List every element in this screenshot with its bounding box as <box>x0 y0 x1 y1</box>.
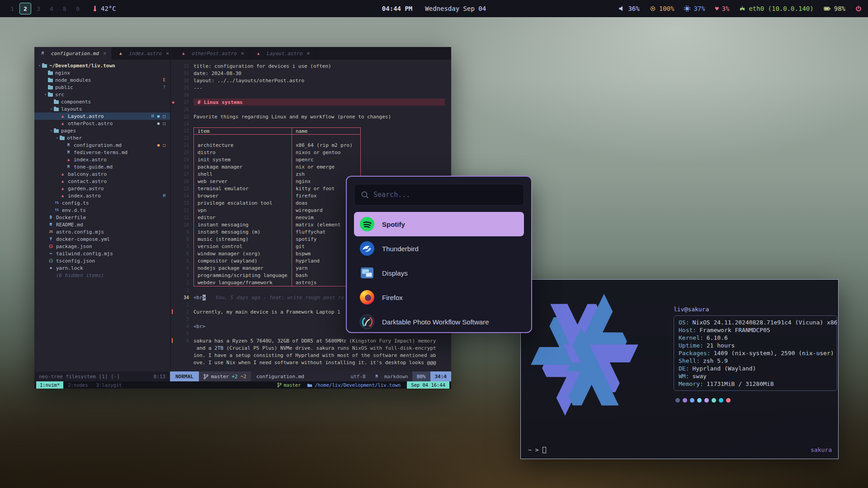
spotify-icon <box>359 216 375 232</box>
launcher-search[interactable] <box>354 184 524 206</box>
table-cell-item: music (streaming) <box>193 236 292 243</box>
ethernet-icon <box>739 5 745 12</box>
editor-tab[interactable]: configuration.md × <box>34 47 112 60</box>
tmux-window[interactable]: 1:nvim* <box>36 381 63 389</box>
tab-filename: configuration.md <box>51 51 99 56</box>
tmux-window[interactable]: 3:lazygit <box>93 381 126 389</box>
workspace-button[interactable]: 1 <box>6 3 18 14</box>
file-icon <box>54 200 60 206</box>
launcher-item-label: Displays <box>382 269 408 277</box>
tree-item[interactable]: yarn.lock <box>34 264 170 272</box>
tree-item[interactable]: ▾ ~/Development/liv.town <box>34 62 170 69</box>
launcher-item-firefox[interactable]: Firefox <box>354 285 524 310</box>
file-name: README.md <box>56 222 83 228</box>
table-header-row: 23 item name <box>171 127 451 135</box>
file-name: configuration.md <box>74 142 122 148</box>
workspace-button[interactable]: 9 <box>72 3 84 14</box>
gear-icon <box>650 5 656 12</box>
table-header-item: item <box>193 127 292 135</box>
table-cell-name: openrc <box>292 156 361 164</box>
tree-item[interactable]: (6 hidden items) <box>34 272 170 279</box>
workspace-button[interactable]: 4 <box>46 3 57 14</box>
tree-item[interactable]: Layout.astro H ● □ <box>34 113 170 120</box>
tree-item[interactable]: tsconfig.json <box>34 257 170 264</box>
buffer-line: 6 sakura has a Ryzen 5 7640U, 32GB of DD… <box>171 337 451 344</box>
table-cell-item: instant messaging <box>193 221 292 229</box>
terminal-window[interactable]: liv@sakura OS:NixOS 24.11.20240828.71e91… <box>520 279 839 459</box>
tree-item[interactable]: public ? <box>34 84 170 91</box>
system-info-box: OS:NixOS 24.11.20240828.71e91c4 (Vicuna)… <box>674 315 837 391</box>
tree-item[interactable]: config.ts <box>34 199 170 206</box>
launcher-item-darktable[interactable]: Darktable Photo Workflow Software <box>354 310 524 333</box>
tab-close-icon[interactable]: × <box>166 50 169 56</box>
git-branch: master <box>211 374 229 380</box>
launcher-item-displays[interactable]: Displays <box>354 261 524 285</box>
speaker-icon <box>618 5 625 12</box>
editor-tab[interactable]: index.astro × <box>112 47 175 60</box>
tab-close-icon[interactable]: × <box>241 50 244 56</box>
tree-item[interactable]: node_modules E <box>34 76 170 84</box>
tab-close-icon[interactable]: × <box>103 50 106 56</box>
cpu-module[interactable]: 37% <box>684 5 705 12</box>
file-encoding: utf-8 <box>347 371 370 381</box>
battery-module[interactable]: 98% <box>824 5 845 12</box>
tmux-datetime: Sep 04 16:44 <box>407 381 449 389</box>
tree-item[interactable]: index.astro H <box>34 192 170 199</box>
filetype-icon <box>180 51 186 56</box>
tree-item[interactable]: env.d.ts <box>34 206 170 214</box>
tree-item[interactable]: balcony.astro <box>34 170 170 178</box>
tree-item[interactable]: contact.astro <box>34 178 170 185</box>
power-button[interactable] <box>855 5 862 12</box>
editor-tab[interactable]: Layout.astro × <box>250 47 316 60</box>
battery-value: 98% <box>834 5 845 12</box>
volume-module[interactable]: 36% <box>618 5 639 12</box>
tree-item[interactable]: ▾ src <box>34 91 170 98</box>
system-info-row: Packages:1409 (nix-system), 2590 (nix-us… <box>679 349 837 357</box>
launcher-item-thunderbird[interactable]: Thunderbird <box>354 236 524 261</box>
host-title: liv@sakura <box>674 306 837 313</box>
tree-item[interactable]: docker-compose.yml <box>34 235 170 243</box>
search-input[interactable] <box>373 191 517 199</box>
tree-item[interactable]: astro.config.mjs <box>34 228 170 235</box>
tree-item[interactable]: components <box>34 98 170 105</box>
system-info-row: Memory:11731MiB / 31280MiB <box>679 380 837 388</box>
table-cell-item: programming/scripting language <box>193 272 292 279</box>
file-name: package.json <box>56 244 92 249</box>
tree-item[interactable]: garden.astro <box>34 185 170 192</box>
gear-module[interactable]: 100% <box>650 5 675 12</box>
tree-item[interactable]: tone-guide.md <box>34 163 170 170</box>
tmux-window[interactable]: 2:nodes <box>64 381 91 389</box>
tree-item[interactable]: Dockerfile <box>34 214 170 221</box>
file-name: Layout.astro <box>68 113 104 119</box>
tree-item[interactable]: fediverse-terms.md <box>34 149 170 156</box>
tree-item[interactable]: ▾ layouts <box>34 105 170 113</box>
launcher-results: Spotify Thunderbird Displays Firefox Dar… <box>354 212 524 333</box>
network-module[interactable]: eth0 (10.0.0.140) <box>739 5 813 12</box>
tree-item[interactable]: README.md <box>34 221 170 228</box>
tree-item[interactable]: otherPost.astro ● □ <box>34 120 170 127</box>
tree-item[interactable]: ▾ pages <box>34 127 170 134</box>
nixos-logo <box>528 287 641 424</box>
workspace-button[interactable]: 8 <box>59 3 71 14</box>
tree-item[interactable]: tailwind.config.mjs <box>34 250 170 257</box>
git-status-badges: ? <box>163 85 166 89</box>
tab-close-icon[interactable]: × <box>307 50 310 56</box>
gear-value: 100% <box>659 5 675 12</box>
workspace-button[interactable]: 2 <box>19 3 31 14</box>
table-cell-name: x86_64 (rip m2 pro) <box>292 142 361 149</box>
table-cell-item: distro <box>193 149 292 156</box>
launcher-item-spotify[interactable]: Spotify <box>354 212 524 236</box>
load-module[interactable]: ♥ 3% <box>715 5 730 12</box>
tree-item[interactable]: nginx <box>34 69 170 76</box>
tree-item[interactable]: ▾ other <box>34 134 170 141</box>
buffer-line: 26 <box>171 106 451 113</box>
table-cell-name: nixos or gentoo <box>292 149 361 156</box>
tree-item[interactable]: configuration.md ● □ <box>34 141 170 149</box>
tree-item[interactable]: package.json <box>34 243 170 250</box>
editor-tab[interactable]: otherPost.astro × <box>175 47 250 60</box>
shell-prompt[interactable]: ~ > <box>528 446 546 453</box>
workspace-button[interactable]: 3 <box>33 3 44 14</box>
git-status-badges: ● □ <box>157 121 166 126</box>
tree-item[interactable]: index.astro <box>34 156 170 163</box>
table-cell-item: architecture <box>193 142 292 149</box>
